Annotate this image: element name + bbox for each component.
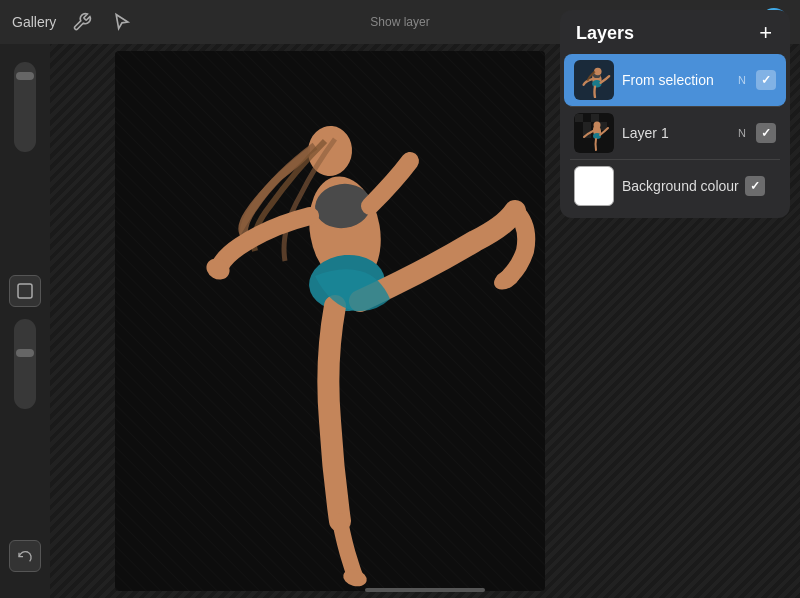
- check-icon-3: ✓: [750, 179, 760, 193]
- svg-point-19: [594, 68, 602, 76]
- selection-button[interactable]: [9, 275, 41, 307]
- layers-header: Layers +: [560, 10, 790, 54]
- toolbar-left: Gallery: [12, 8, 136, 36]
- layer1-content: Layer 1 N ✓: [622, 123, 776, 143]
- layer-from-selection-content: From selection N ✓: [622, 70, 776, 90]
- layer-item-layer1[interactable]: Layer 1 N ✓: [564, 107, 786, 159]
- layer-thumbnail-layer1: [574, 113, 614, 153]
- layer-thumb-svg: [576, 62, 612, 98]
- size-slider[interactable]: [14, 319, 36, 409]
- svg-point-28: [594, 122, 601, 129]
- bottom-scroll: [365, 588, 485, 592]
- undo-button[interactable]: [9, 540, 41, 572]
- layers-add-button[interactable]: +: [757, 22, 774, 44]
- layer-item-from-selection[interactable]: From selection N ✓: [564, 54, 786, 106]
- cursor-icon: [112, 12, 132, 32]
- selection-icon: [17, 283, 33, 299]
- check-icon-2: ✓: [761, 126, 771, 140]
- dancer-image: [115, 51, 545, 591]
- layer1-mode: N: [738, 127, 750, 139]
- toolbar-center: Show layer: [370, 15, 429, 29]
- layer-thumbnail-from-selection: [574, 60, 614, 100]
- svg-rect-4: [18, 284, 32, 298]
- gallery-button[interactable]: Gallery: [12, 14, 56, 30]
- layer-from-selection-check[interactable]: ✓: [756, 70, 776, 90]
- svg-rect-21: [575, 114, 583, 122]
- wrench-button[interactable]: [68, 8, 96, 36]
- svg-rect-23: [591, 114, 599, 122]
- background-content: Background colour ✓: [622, 176, 776, 196]
- layer-item-background[interactable]: Background colour ✓: [564, 160, 786, 218]
- layer1-check[interactable]: ✓: [756, 123, 776, 143]
- dancer-container: [70, 44, 590, 598]
- check-icon: ✓: [761, 73, 771, 87]
- wrench-icon: [72, 12, 92, 32]
- layers-panel: Layers + From selection N ✓: [560, 10, 790, 218]
- opacity-slider[interactable]: [14, 62, 36, 152]
- layer-thumbnail-background: [574, 166, 614, 206]
- undo-icon: [17, 548, 33, 564]
- layer1-thumb-svg: [575, 114, 613, 152]
- layer1-name: Layer 1: [622, 125, 669, 141]
- layer-from-selection-name: From selection: [622, 72, 714, 88]
- background-name: Background colour: [622, 178, 739, 194]
- left-sidebar: [0, 44, 50, 598]
- layer-from-selection-mode: N: [738, 74, 750, 86]
- svg-rect-22: [583, 122, 591, 130]
- background-check[interactable]: ✓: [745, 176, 765, 196]
- cursor-button[interactable]: [108, 8, 136, 36]
- layers-title: Layers: [576, 23, 634, 44]
- show-layer-label: Show layer: [370, 15, 429, 29]
